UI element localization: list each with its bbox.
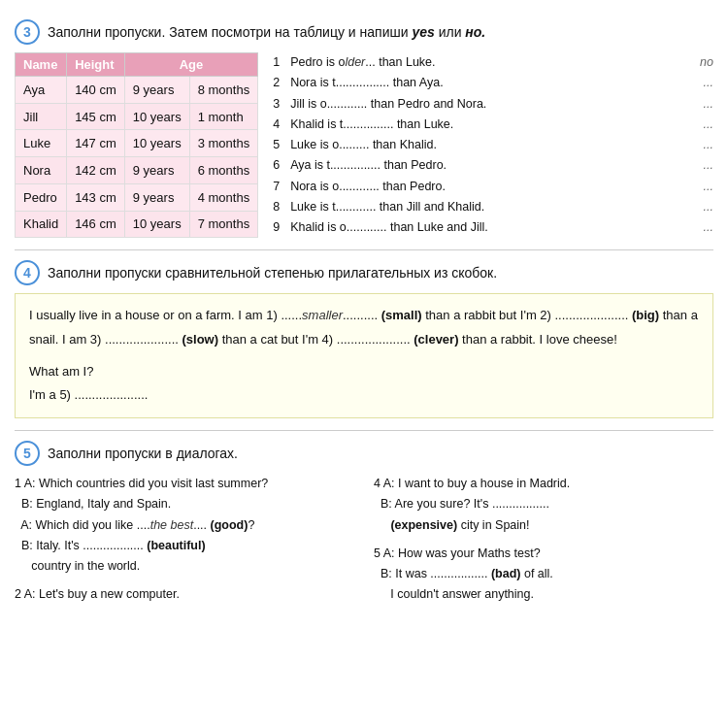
dialog-item-5: 5 A: How was your Maths test? B: It was … xyxy=(374,544,713,606)
sentence-item: 4 Khalid is t............... than Luke..… xyxy=(273,115,713,135)
page: 3 Заполни пропуски. Затем посмотри на та… xyxy=(0,0,728,623)
sentence-num: 5 xyxy=(273,135,286,155)
dialog-4-b-speaker: B: xyxy=(374,497,392,511)
sentence-num: 6 xyxy=(273,155,286,176)
dialog-1-a2-text: Which did you like .... xyxy=(36,518,150,532)
dialog-1-a2-post: .... (good)? xyxy=(193,518,254,532)
sentence-answer: ... xyxy=(694,197,713,217)
sentence-answer: no xyxy=(694,52,713,73)
dialog-4-a-speaker: A: xyxy=(383,477,395,490)
cell-height: 143 cm xyxy=(67,183,125,211)
cell-months: 1 month xyxy=(189,103,257,130)
sentence-text: Nora is o............ than Pedro. xyxy=(290,177,690,197)
cell-months: 7 months xyxy=(189,211,257,238)
sentence-num: 1 xyxy=(273,52,286,73)
dialog-1-b1-speaker: B: xyxy=(15,497,33,511)
sentence-text: Khalid is o............ than Luke and Ji… xyxy=(290,217,690,238)
sentence-answer: ... xyxy=(694,115,713,135)
cell-name: Pedro xyxy=(16,183,67,211)
comparison-table: Name Height Age Aya 140 cm 9 years 8 mon… xyxy=(15,52,258,238)
section5-header: 5 Заполни пропуски в диалогах. xyxy=(15,441,713,466)
sentence-answer: ... xyxy=(694,155,713,176)
section4-answer1: smaller xyxy=(302,308,343,322)
sentence-text: Luke is t............ than Jill and Khal… xyxy=(290,197,690,217)
section5-col1: 1 A: Which countries did you visit last … xyxy=(15,474,354,613)
sentence-item: 1 Pedro is older... than Luke.no xyxy=(273,52,713,73)
cell-height: 145 cm xyxy=(67,103,125,130)
cell-name: Nora xyxy=(16,157,67,184)
cell-months: 6 months xyxy=(189,157,257,184)
section4-number: 4 xyxy=(15,260,40,285)
cell-years: 9 years xyxy=(124,77,189,104)
sentence-answer: ... xyxy=(694,73,713,93)
table-row: Luke 147 cm 10 years 3 months xyxy=(16,130,258,157)
sentence-text: Nora is t................ than Aya. xyxy=(290,73,690,93)
dialog-1-answer: the best xyxy=(150,518,193,532)
sentence-item: 5 Luke is o......... than Khalid.... xyxy=(273,135,713,155)
sentence-num: 9 xyxy=(273,217,286,238)
dialog-4-b-cont: (expensive) city in Spain! xyxy=(374,518,530,532)
section5-col2: 4 A: I want to buy a house in Madrid. B:… xyxy=(374,474,713,613)
sentence-item: 2 Nora is t................ than Aya.... xyxy=(273,73,713,93)
cell-years: 10 years xyxy=(124,103,189,130)
divider1 xyxy=(15,249,713,250)
sentence-text: Pedro is older... than Luke. xyxy=(290,52,690,73)
dialog-5-a-speaker: A: xyxy=(383,546,395,560)
dialog-1-a1-text: Which countries did you visit last summe… xyxy=(39,477,268,490)
cell-months: 4 months xyxy=(189,183,257,211)
section5-title: Заполни пропуски в диалогах. xyxy=(48,446,238,461)
dialog-5-b-cont: I couldn't answer anything. xyxy=(374,587,534,601)
dialog-4-b-text: Are you sure? It's ................. xyxy=(395,497,549,511)
cell-years: 9 years xyxy=(124,157,189,184)
im-label: I'm a 5) ..................... xyxy=(29,383,699,408)
section3-number: 3 xyxy=(15,19,40,45)
cell-years: 9 years xyxy=(124,183,189,211)
sentence-item: 9 Khalid is o............ than Luke and … xyxy=(273,217,713,238)
cell-months: 3 months xyxy=(189,130,257,157)
sentence-answer: ... xyxy=(694,217,713,238)
dialog-1-a1-speaker: A: xyxy=(24,477,36,490)
dialog-1-b2-cont: country in the world. xyxy=(15,559,140,573)
sentence-num: 4 xyxy=(273,115,286,135)
dialog-1-b2-speaker: B: xyxy=(15,539,33,552)
section3-content: Name Height Age Aya 140 cm 9 years 8 mon… xyxy=(15,52,713,238)
sentence-text: Jill is o............ than Pedro and Nor… xyxy=(290,94,690,115)
cell-height: 142 cm xyxy=(67,157,125,184)
sentence-item: 7 Nora is o............ than Pedro.... xyxy=(273,177,713,197)
dialog-4-a-text: I want to buy a house in Madrid. xyxy=(398,477,570,490)
dialog-1-b1-text: England, Italy and Spain. xyxy=(36,497,171,511)
dialog-1-b2-text: Italy. It's .................. (beautifu… xyxy=(36,539,205,552)
section4-header: 4 Заполни пропуски сравнительной степень… xyxy=(15,260,713,285)
cell-name: Luke xyxy=(16,130,67,157)
table-row: Pedro 143 cm 9 years 4 months xyxy=(16,183,258,211)
cell-height: 146 cm xyxy=(67,211,125,238)
dialog-num-5: 5 xyxy=(374,546,381,560)
dialog-2-a-text: Let's buy a new computer. xyxy=(39,587,180,601)
sentence-answer: ... xyxy=(694,94,713,115)
divider2 xyxy=(15,430,713,431)
section3-title: Заполни пропуски. Затем посмотри на табл… xyxy=(48,24,485,40)
sentence-answer: ... xyxy=(694,135,713,155)
section5-number: 5 xyxy=(15,441,40,466)
dialog-5-b-text: It was ................. (bad) of all. xyxy=(395,567,553,580)
cell-months: 8 months xyxy=(189,77,257,104)
what-am-i: What am I? I'm a 5) ....................… xyxy=(29,360,699,408)
col-age: Age xyxy=(124,53,257,77)
table-row: Jill 145 cm 10 years 1 month xyxy=(16,103,258,130)
dialog-num-1: 1 xyxy=(15,477,21,490)
section4-text1: I usually live in a house or on a farm. … xyxy=(29,308,302,322)
sentences-list: 1 Pedro is older... than Luke.no2 Nora i… xyxy=(273,52,713,238)
cell-name: Khalid xyxy=(16,211,67,238)
sentence-text: Khalid is t............... than Luke. xyxy=(290,115,690,135)
col-name: Name xyxy=(16,53,67,77)
dialog-item-4: 4 A: I want to buy a house in Madrid. B:… xyxy=(374,474,713,536)
table-row: Nora 142 cm 9 years 6 months xyxy=(16,157,258,184)
dialog-num-4: 4 xyxy=(374,477,381,490)
dialog-item-1: 1 A: Which countries did you visit last … xyxy=(15,474,354,577)
dialog-5-a-text: How was your Maths test? xyxy=(398,546,541,560)
what-am-i-label: What am I? xyxy=(29,360,699,384)
sentence-text: Luke is o......... than Khalid. xyxy=(290,135,690,155)
sentence-num: 8 xyxy=(273,197,286,217)
sentence-text: Aya is t............... than Pedro. xyxy=(290,155,690,176)
cell-height: 147 cm xyxy=(67,130,125,157)
